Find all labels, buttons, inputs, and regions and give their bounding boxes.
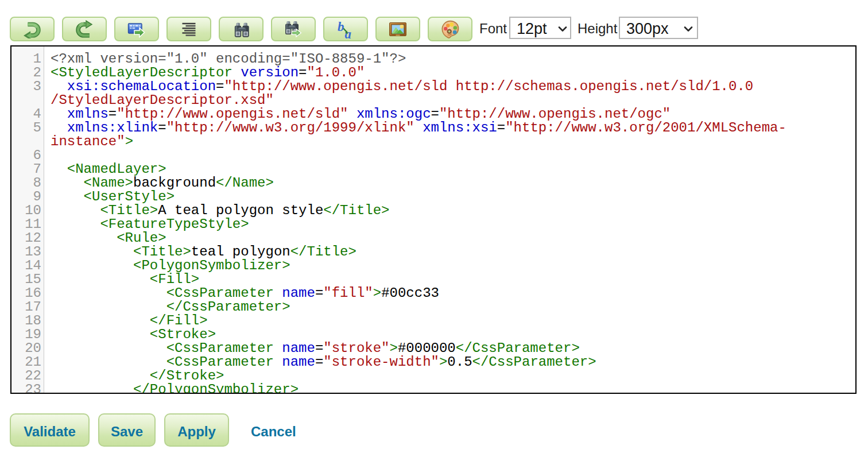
svg-text:b: b bbox=[338, 20, 344, 34]
